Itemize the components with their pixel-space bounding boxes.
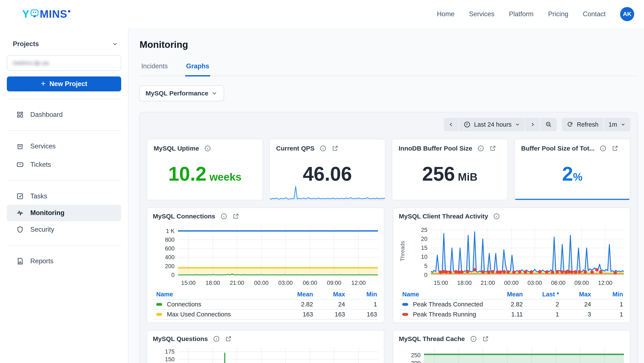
svg-text:03:00: 03:00 [278,280,293,286]
sidebar-item-reports[interactable]: Reports [7,253,121,269]
svg-text:12:00: 12:00 [351,280,366,286]
chevron-right-icon [530,122,535,127]
svg-text:0: 0 [171,272,174,278]
projects-header[interactable]: Projects [7,40,121,48]
legend-col-header: Mean [491,291,523,298]
info-icon[interactable] [600,145,606,152]
legend-row[interactable]: Peak Threads Connected2.822241 [399,300,624,310]
nav-pricing[interactable]: Pricing [548,10,568,18]
svg-text:0: 0 [424,272,428,278]
stat-card-mysql-uptime: MySQL Uptime 10.2 weeks [147,139,263,200]
chart-legend: NameMeanLast *MaxMinPeak Threads Connect… [399,289,624,320]
info-icon[interactable] [213,335,220,342]
svg-text:06:00: 06:00 [551,280,566,286]
legend-value: 24 [313,301,345,308]
legend-value: 1 [345,301,377,308]
new-project-label: New Project [49,80,87,88]
brand-logo[interactable]: Y MINS [22,8,70,20]
charts-row: MySQL Connections 15:0018:0021:0000:0003… [147,208,630,323]
nav-home[interactable]: Home [437,10,454,18]
svg-text:15:00: 15:00 [434,280,448,286]
time-range-button[interactable]: Last 24 hours [459,118,525,131]
info-icon[interactable] [477,145,484,152]
external-link-icon[interactable] [225,335,232,342]
tab-incidents[interactable]: Incidents [140,62,168,76]
brand-logo-letter: Y [22,8,30,20]
refresh-interval-button[interactable]: 1m [604,118,630,131]
svg-text:21:00: 21:00 [230,280,244,286]
legend-header-row: NameMeanLast *MaxMin [399,289,624,300]
legend-col-header: Max [559,291,591,298]
chart-title: MySQL Connections [153,213,215,220]
legend-row[interactable]: Max Used Connections163163163 [153,310,378,320]
svg-text:250: 250 [411,352,420,358]
info-icon[interactable] [470,335,477,342]
svg-text:10: 10 [421,254,428,260]
nav-platform[interactable]: Platform [509,10,534,18]
time-forward-button[interactable] [525,118,540,131]
info-icon[interactable] [220,213,227,220]
sidebar-item-label: Security [30,226,54,233]
sidebar-item-security[interactable]: Security [7,221,121,238]
zoom-out-button[interactable] [540,118,557,131]
legend-value: 1 [523,311,559,318]
brand-logo-dot [68,10,70,13]
legend-col-header: Last * [523,291,559,298]
info-icon[interactable] [204,145,211,152]
nav-services[interactable]: Services [469,10,494,18]
refresh-icon [566,121,573,128]
sidebar-item-tickets[interactable]: Tickets [7,156,121,173]
mysql-connections-chart[interactable]: 15:0018:0021:0000:0003:0006:0009:0012:00… [153,222,380,288]
sidebar-item-services[interactable]: Services [7,138,121,155]
sidebar-item-tasks[interactable]: Tasks [7,188,121,205]
legend-col-name: Name [402,291,419,298]
robot-icon [30,8,39,18]
refresh-button[interactable]: Refresh [562,118,603,131]
tab-graphs[interactable]: Graphs [185,62,210,77]
dashboard-select[interactable]: MySQL Performance [139,85,224,101]
legend-row[interactable]: Connections2.82241 [153,300,378,310]
legend-value: 3 [559,311,591,318]
legend-series-name: Peak Threads Running [413,311,476,318]
legend-row[interactable]: Peak Threads Running1.11131 [399,310,624,320]
svg-text:00:00: 00:00 [504,280,519,286]
project-select-input[interactable]: metrics.dp.ua [7,55,121,71]
info-icon[interactable] [320,145,326,152]
brand-logo-text: MINS [40,8,67,20]
legend-series-name: Peak Threads Connected [413,301,483,308]
thread-cache-chart[interactable]: 250200150 [399,345,626,363]
clock-icon [464,121,470,128]
series-color-chip [402,303,408,306]
shopping-bag-icon [16,142,24,150]
external-link-icon[interactable] [482,335,489,342]
nav-contact[interactable]: Contact [583,10,606,18]
info-icon[interactable] [493,213,500,220]
stat-card-title: InnoDB Buffer Pool Size [398,145,472,152]
main-content: Monitoring Incidents Graphs MySQL Perfor… [128,28,644,363]
thread-activity-chart[interactable]: 15:0018:0021:0000:0003:0006:0009:0012:00… [399,222,626,288]
external-link-icon[interactable] [612,145,618,152]
legend-value: 2.82 [281,301,313,308]
qps-sparkline-chart [270,185,385,200]
sidebar-item-dashboard[interactable]: Dashboard [7,106,121,123]
time-range-group: Last 24 hours [444,118,557,131]
ticket-icon [16,161,24,168]
avatar[interactable]: AK [620,7,634,21]
time-back-button[interactable] [444,118,458,131]
external-link-icon[interactable] [232,213,239,220]
svg-text:09:00: 09:00 [327,280,342,286]
external-link-icon[interactable] [489,145,496,152]
checkbox-icon [16,192,24,200]
external-link-icon[interactable] [332,145,338,152]
charts-row-bottom: MySQL Questions 175150125 MySQL Thread C… [147,330,630,363]
svg-text:03:00: 03:00 [528,280,542,286]
tab-bar: Incidents Graphs [139,62,638,76]
svg-text:400: 400 [165,254,174,260]
legend-col-name: Name [156,291,173,298]
legend-col-header: Min [345,291,377,298]
top-navbar: Y MINS Home Services Platform Pricing Co… [0,0,644,28]
chevron-down-icon [620,122,626,127]
sidebar-item-monitoring[interactable]: Monitoring [7,205,121,221]
new-project-button[interactable]: + New Project [7,77,121,91]
mysql-questions-chart[interactable]: 175150125 [153,345,380,363]
